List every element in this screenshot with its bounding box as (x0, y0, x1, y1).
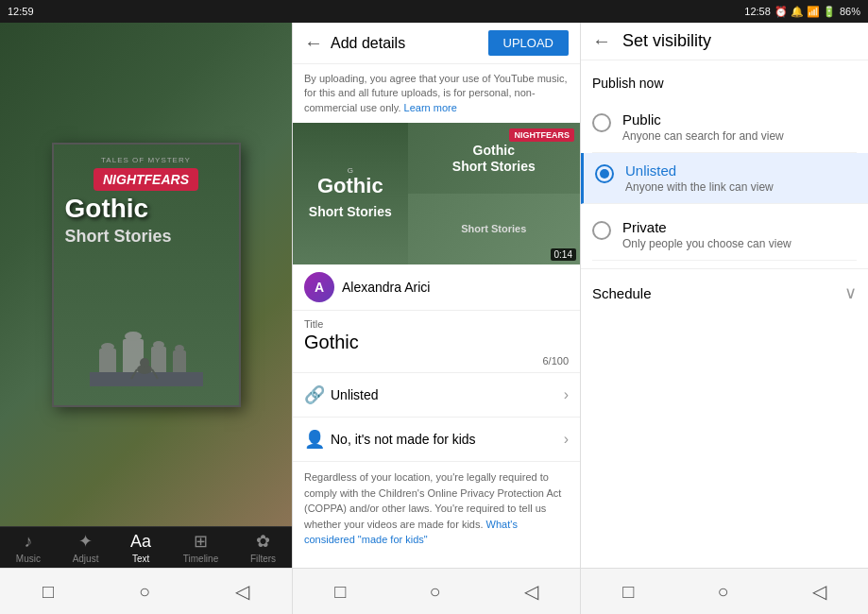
private-radio (592, 221, 611, 240)
nav-right: □ ○ ◁ (580, 569, 868, 614)
nightfears-badge: NIGHTFEARS (94, 168, 198, 191)
unlisted-radio (595, 164, 614, 183)
user-name: Alexandra Arici (342, 280, 430, 295)
visibility-row[interactable]: 🔗 Unlisted › (293, 373, 580, 418)
public-radio (592, 113, 611, 132)
unlisted-name: Unlisted (625, 162, 774, 179)
unlisted-text-block: Unlisted Anyone with the link can view (625, 162, 774, 194)
toolbar-music[interactable]: ♪ Music (9, 528, 48, 568)
svg-rect-7 (175, 345, 184, 352)
right-header: ← Set visibility (581, 23, 868, 60)
video-thumbnails: G GothicShort Stories NIGHTFEARS GothicS… (293, 123, 580, 264)
nightfears-small: NIGHTFEARS (509, 128, 574, 142)
unlisted-option[interactable]: Unlisted Anyone with the link can view (581, 153, 868, 204)
toolbar-text-label: Text (132, 554, 149, 564)
nav-circle-middle[interactable]: ○ (414, 577, 455, 606)
public-name: Public (622, 111, 784, 128)
gravestones-svg (90, 311, 203, 386)
avatar: A (304, 272, 334, 302)
toolbar-filters-label: Filters (250, 554, 276, 564)
coppa-text: Regardless of your location, you're lega… (293, 462, 580, 555)
nav-triangle-right[interactable]: ◁ (797, 576, 842, 606)
nav-bar: □ ○ ◁ □ ○ ◁ □ ○ ◁ (0, 568, 868, 614)
nav-triangle-left[interactable]: ◁ (220, 576, 264, 606)
char-count: 6/100 (304, 353, 569, 368)
battery-level: 86% (840, 6, 860, 17)
nav-triangle-middle[interactable]: ◁ (509, 576, 553, 606)
link-icon: 🔗 (304, 384, 331, 405)
left-panel: ← NEXT TALES OF MYSTERY NIGHTFEARS Gothi… (0, 23, 292, 568)
adjust-icon: ✦ (78, 531, 93, 552)
thumb-main: G GothicShort Stories (293, 123, 408, 264)
nav-square-middle[interactable]: □ (319, 577, 361, 606)
toolbar-filters[interactable]: ✿ Filters (243, 527, 283, 568)
toolbar-adjust[interactable]: ✦ Adjust (65, 527, 107, 568)
svg-rect-8 (90, 372, 203, 386)
thumb-right: NIGHTFEARS GothicShort Stories Short Sto… (408, 123, 580, 264)
toolbar-text[interactable]: Aa Text (123, 528, 159, 568)
time-left: 12:59 (8, 6, 34, 17)
unlisted-radio-inner (600, 169, 609, 179)
duration-badge: 0:14 (551, 248, 576, 261)
svg-rect-6 (173, 350, 186, 375)
nav-left: □ ○ ◁ (0, 569, 292, 614)
book-image-background: TALES OF MYSTERY NIGHTFEARS Gothic Short… (0, 23, 292, 526)
toolbar-timeline-label: Timeline (183, 554, 218, 564)
upload-button[interactable]: UPLOAD (488, 30, 569, 56)
title-label: Title (304, 318, 569, 330)
middle-panel: ← Add details UPLOAD By uploading, you a… (292, 23, 580, 568)
music-icon: ♪ (24, 532, 32, 552)
battery-icon: ⏰ 🔔 📶 🔋 (774, 6, 836, 18)
filters-icon: ✿ (256, 531, 270, 552)
kids-row[interactable]: 👤 No, it's not made for kids › (293, 418, 580, 462)
disclaimer-text: By uploading, you agree that your use of… (293, 64, 580, 123)
svg-point-12 (140, 358, 149, 367)
text-icon: Aa (130, 532, 151, 552)
book-subtitle: Short Stories (65, 227, 228, 247)
kids-chevron: › (564, 431, 569, 448)
publish-now-label: Publish now (592, 76, 857, 91)
toolbar-music-label: Music (16, 554, 41, 564)
time-right: 12:58 (744, 6, 771, 17)
svg-rect-3 (125, 332, 142, 341)
nav-middle: □ ○ ◁ (292, 569, 580, 614)
publish-section: Publish now Public Anyone can search for… (581, 60, 868, 268)
kids-label: No, it's not made for kids (331, 432, 564, 447)
public-desc: Anyone can search for and view (622, 129, 784, 143)
user-row: A Alexandra Arici (293, 264, 580, 311)
toolbar-timeline[interactable]: ⊞ Timeline (176, 527, 226, 568)
title-section: Title 6/100 (293, 311, 580, 373)
nav-square-left[interactable]: □ (27, 577, 69, 606)
svg-rect-0 (99, 349, 116, 375)
schedule-chevron-icon: ∨ (844, 282, 857, 303)
private-desc: Only people you choose can view (622, 237, 791, 250)
kids-icon: 👤 (304, 429, 331, 450)
toolbar-adjust-label: Adjust (73, 554, 99, 564)
private-text-block: Private Only people you choose can view (622, 219, 791, 250)
public-text-block: Public Anyone can search for and view (622, 111, 784, 143)
schedule-label: Schedule (592, 285, 844, 301)
title-input[interactable] (304, 332, 569, 353)
middle-back-icon[interactable]: ← (304, 32, 323, 54)
private-name: Private (622, 219, 791, 235)
nav-square-right[interactable]: □ (607, 577, 649, 606)
add-details-title: Add details (331, 35, 481, 52)
public-option[interactable]: Public Anyone can search for and view (592, 102, 857, 153)
right-panel: ← Set visibility Publish now Public Anyo… (580, 23, 868, 568)
status-right: 12:58 ⏰ 🔔 📶 🔋 86% (744, 6, 860, 18)
thumb-gothic-text: GothicShort Stories (452, 143, 536, 175)
set-visibility-title: Set visibility (622, 31, 711, 51)
schedule-row[interactable]: Schedule ∨ (581, 268, 868, 316)
timeline-icon: ⊞ (194, 531, 208, 552)
learn-more-link[interactable]: Learn more (404, 102, 457, 113)
book-top-text: TALES OF MYSTERY (65, 156, 228, 164)
video-preview-area: G GothicShort Stories NIGHTFEARS GothicS… (293, 123, 580, 264)
right-back-icon[interactable]: ← (592, 30, 611, 52)
status-left: 12:59 (8, 6, 34, 17)
main-layout: ← NEXT TALES OF MYSTERY NIGHTFEARS Gothi… (0, 23, 868, 568)
nav-circle-left[interactable]: ○ (124, 577, 165, 606)
book-illustration (65, 247, 228, 393)
nav-circle-right[interactable]: ○ (702, 577, 743, 606)
visibility-label: Unlisted (331, 387, 564, 402)
private-option[interactable]: Private Only people you choose can view (592, 210, 857, 261)
